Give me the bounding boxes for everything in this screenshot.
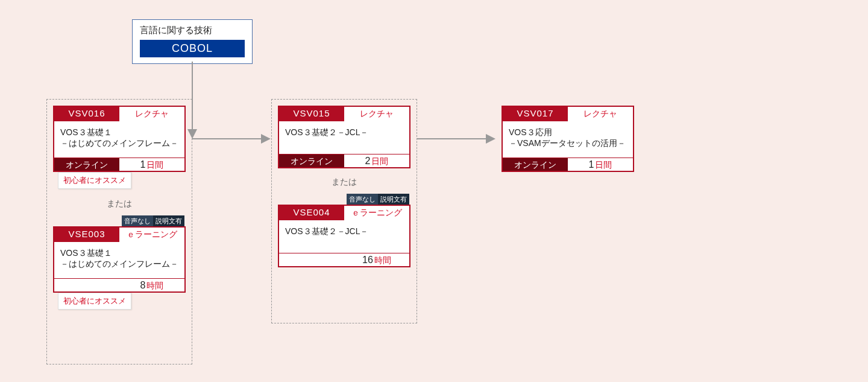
card-title: VOS３基礎１ －はじめてのメインフレーム－ <box>54 242 184 278</box>
card-duration: 1日間 <box>119 158 184 171</box>
category-title: 言語に関する技術 <box>140 25 245 36</box>
course-card[interactable]: VSV015 レクチャ VOS３基礎２－JCL－ オンライン 2日間 <box>278 106 410 168</box>
card-mode <box>279 253 344 266</box>
or-label: または <box>278 177 410 188</box>
card-type: レクチャ <box>568 107 633 121</box>
card-mode: オンライン <box>279 154 344 167</box>
audio-tag: 音声なし説明文有 <box>347 194 409 205</box>
card-title: VOS３応用 －VSAMデータセットの活用－ <box>503 121 633 158</box>
category-badge: COBOL <box>140 40 245 57</box>
card-duration: 1日間 <box>568 158 633 171</box>
svg-marker-5 <box>486 134 495 144</box>
card-code: VSV016 <box>54 107 119 121</box>
card-code: VSV017 <box>503 107 568 121</box>
card-title: VOS３基礎２－JCL－ <box>279 220 409 253</box>
group-box-1: VSV016 レクチャ VOS３基礎１ －はじめてのメインフレーム－ オンライン… <box>46 99 192 364</box>
recommend-badge: 初心者にオススメ <box>58 172 131 189</box>
arrow-category-to-group2 <box>192 62 277 146</box>
card-duration: 2日間 <box>344 154 409 167</box>
card-code: VSE004 <box>279 206 344 220</box>
course-card[interactable]: VSV016 レクチャ VOS３基礎１ －はじめてのメインフレーム－ オンライン… <box>53 106 186 172</box>
card-mode: オンライン <box>54 158 119 171</box>
category-box: 言語に関する技術 COBOL <box>132 19 253 64</box>
card-type: ｅラーニング <box>119 228 184 242</box>
audio-tag: 音声なし説明文有 <box>122 215 184 226</box>
card-duration: 16時間 <box>344 253 409 266</box>
card-type: レクチャ <box>119 107 184 121</box>
svg-marker-3 <box>261 134 271 144</box>
arrow-group2-to-c5 <box>417 135 502 147</box>
card-duration: 8時間 <box>119 279 184 291</box>
card-type: ｅラーニング <box>344 206 409 220</box>
card-type: レクチャ <box>344 107 409 121</box>
recommend-badge: 初心者にオススメ <box>58 293 131 310</box>
or-label: または <box>53 199 186 209</box>
card-code: VSV015 <box>279 107 344 121</box>
card-title: VOS３基礎２－JCL－ <box>279 121 409 154</box>
course-card[interactable]: 音声なし説明文有 VSE003 ｅラーニング VOS３基礎１ －はじめてのメイン… <box>53 226 186 293</box>
card-title: VOS３基礎１ －はじめてのメインフレーム－ <box>54 121 184 158</box>
course-card[interactable]: VSV017 レクチャ VOS３応用 －VSAMデータセットの活用－ オンライン… <box>502 106 634 172</box>
group-box-2: VSV015 レクチャ VOS３基礎２－JCL－ オンライン 2日間 または 音… <box>271 99 417 323</box>
course-card[interactable]: 音声なし説明文有 VSE004 ｅラーニング VOS３基礎２－JCL－ 16時間 <box>278 205 410 267</box>
card-mode <box>54 279 119 291</box>
card-mode: オンライン <box>503 158 568 171</box>
card-code: VSE003 <box>54 228 119 242</box>
